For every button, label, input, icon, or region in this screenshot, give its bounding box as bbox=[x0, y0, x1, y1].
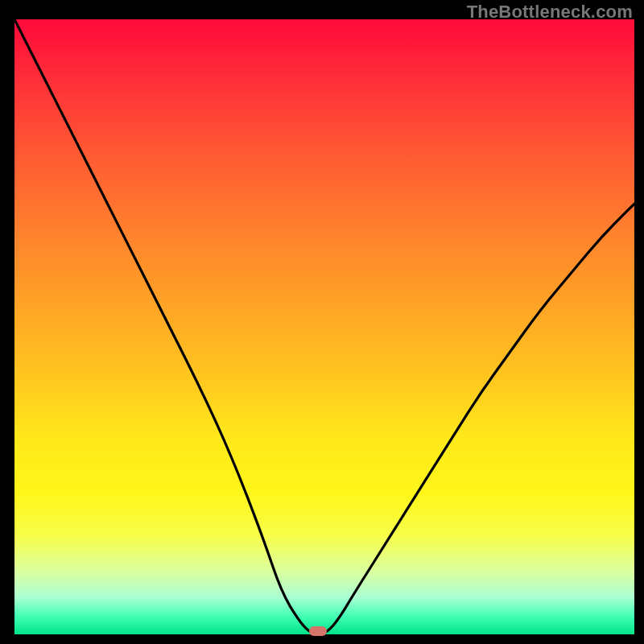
chart-stage: TheBottleneck.com bbox=[0, 0, 644, 644]
watermark-text: TheBottleneck.com bbox=[467, 2, 633, 23]
plot-area bbox=[14, 19, 634, 634]
optimum-marker bbox=[309, 626, 327, 636]
bottleneck-curve bbox=[14, 19, 634, 634]
